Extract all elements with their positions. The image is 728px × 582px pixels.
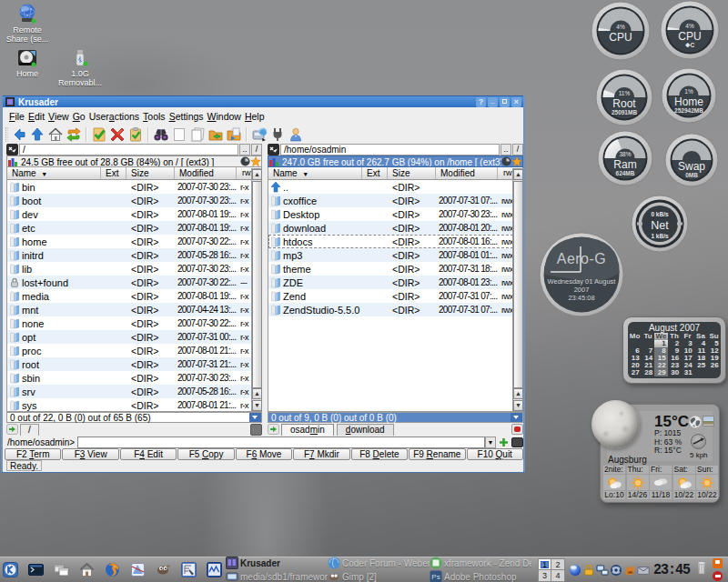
svg-text:Ps: Ps: [431, 573, 440, 581]
